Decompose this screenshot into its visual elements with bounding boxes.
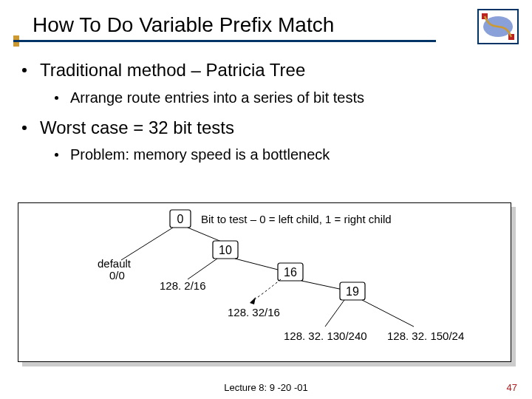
accent-line [13, 40, 436, 42]
edge [325, 300, 344, 327]
leaf-128-2-16: 128. 2/16 [160, 279, 206, 292]
bullet-dot [22, 68, 27, 72]
bullet-text: Arrange route entries into a series of b… [70, 87, 364, 108]
slide-title: How To Do Variable Prefix Match [33, 13, 334, 37]
node-16-label: 16 [284, 266, 297, 279]
node-10-label: 10 [219, 244, 232, 256]
bullet-text: Worst case = 32 bit tests [40, 115, 234, 140]
node-0-label: 0 [177, 213, 184, 225]
bullet-worst: Worst case = 32 bit tests [22, 115, 517, 140]
bullet-dot [55, 96, 58, 100]
leaf-default-2: 0/0 [109, 269, 125, 282]
edge [188, 228, 223, 242]
diagram-caption: Bit to test – 0 = left child, 1 = right … [201, 213, 392, 225]
slide-logo [477, 9, 519, 44]
slide-content: Traditional method – Patricia Tree Arran… [22, 58, 517, 172]
edge [301, 281, 343, 290]
bullet-dot [22, 126, 27, 130]
bullet-arrange: Arrange route entries into a series of b… [55, 87, 517, 108]
node-19-label: 19 [346, 285, 359, 298]
bullet-dot [55, 153, 58, 157]
leaf-128-32-16: 128. 32/16 [228, 306, 280, 318]
bullet-problem: Problem: memory speed is a bottleneck [55, 144, 517, 165]
edge [188, 259, 217, 279]
bullet-text: Traditional method – Patricia Tree [40, 58, 305, 83]
edge [235, 259, 281, 270]
footer-page: 47 [507, 382, 517, 393]
bullet-traditional: Traditional method – Patricia Tree [22, 58, 517, 83]
arrowhead [250, 297, 256, 304]
tree-svg: Bit to test – 0 = left child, 1 = right … [18, 202, 511, 362]
edge [121, 228, 173, 260]
leaf-default-1: default [98, 257, 132, 270]
bullet-text: Problem: memory speed is a bottleneck [70, 144, 330, 165]
leaf-128-32-150: 128. 32. 150/24 [387, 330, 464, 342]
patricia-tree-diagram: Bit to test – 0 = left child, 1 = right … [18, 202, 511, 362]
footer-lecture: Lecture 8: 9 -20 -01 [0, 382, 532, 393]
leaf-128-32-130: 128. 32. 130/240 [284, 330, 367, 342]
edge [362, 300, 414, 327]
